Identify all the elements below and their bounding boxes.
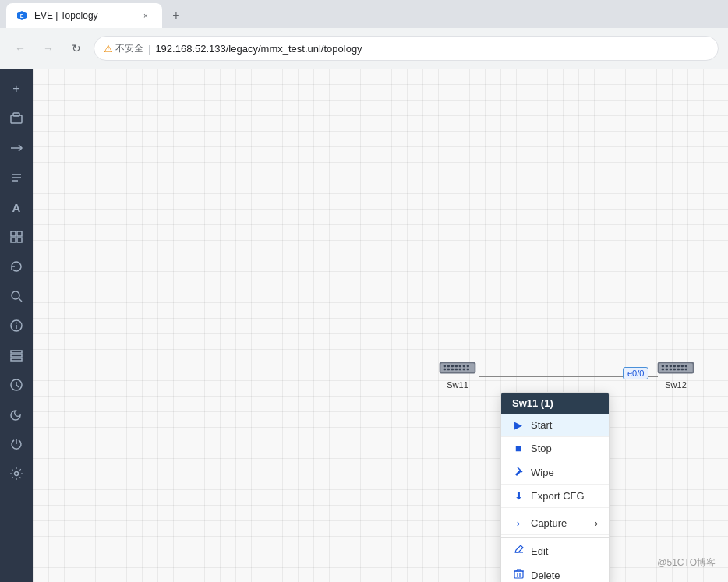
svg-rect-54 bbox=[673, 369, 676, 371]
sidebar-text-btn[interactable] bbox=[2, 164, 30, 192]
svg-rect-3 bbox=[13, 113, 19, 116]
forward-button[interactable]: → bbox=[37, 37, 59, 59]
edit-icon bbox=[512, 545, 525, 557]
svg-rect-30 bbox=[451, 365, 454, 368]
topology-canvas[interactable]: Sw11 bbox=[33, 69, 728, 582]
svg-rect-44 bbox=[662, 365, 664, 368]
svg-rect-46 bbox=[670, 365, 672, 368]
sidebar-zoom-btn[interactable] bbox=[2, 282, 30, 310]
svg-rect-51 bbox=[662, 369, 664, 371]
sidebar-refresh-btn[interactable] bbox=[2, 252, 30, 280]
new-tab-button[interactable]: + bbox=[165, 5, 187, 26]
export-icon: ⬇ bbox=[512, 490, 525, 502]
svg-rect-34 bbox=[467, 365, 469, 368]
security-warning: ⚠ 不安全 bbox=[104, 42, 143, 55]
svg-point-24 bbox=[15, 472, 19, 476]
svg-rect-55 bbox=[677, 369, 680, 371]
svg-rect-33 bbox=[463, 365, 465, 368]
active-tab[interactable]: E EVE | Topology × bbox=[6, 3, 162, 28]
warning-icon: ⚠ bbox=[104, 43, 113, 55]
connection-label-e0/0: e0/0 bbox=[623, 367, 648, 379]
sidebar-list-btn[interactable] bbox=[2, 341, 30, 369]
sidebar-settings-btn[interactable] bbox=[2, 460, 30, 488]
tab-close-button[interactable]: × bbox=[139, 9, 153, 23]
sidebar-network-btn[interactable] bbox=[2, 134, 30, 162]
start-label: Start bbox=[531, 419, 552, 431]
svg-rect-10 bbox=[11, 238, 16, 242]
svg-rect-47 bbox=[673, 365, 676, 368]
address-bar: ← → ↻ ⚠ 不安全 | 192.168.52.133/legacy/mmx_… bbox=[0, 28, 728, 69]
sidebar-night-btn[interactable] bbox=[2, 400, 30, 429]
svg-rect-35 bbox=[444, 369, 446, 371]
back-button[interactable]: ← bbox=[9, 37, 31, 59]
context-menu-start[interactable]: ▶ Start bbox=[501, 414, 609, 437]
svg-rect-36 bbox=[447, 369, 450, 371]
sidebar-clock-btn[interactable] bbox=[2, 371, 30, 399]
sidebar-label-btn[interactable]: A bbox=[2, 193, 30, 221]
svg-rect-28 bbox=[444, 365, 446, 368]
url-bar[interactable]: ⚠ 不安全 | 192.168.52.133/legacy/mmx_test.u… bbox=[94, 36, 719, 61]
node-sw11[interactable]: Sw11 bbox=[438, 357, 477, 390]
sidebar: + A bbox=[0, 69, 33, 582]
svg-rect-43 bbox=[659, 363, 692, 372]
svg-rect-29 bbox=[447, 365, 450, 368]
svg-rect-38 bbox=[455, 369, 458, 371]
delete-label: Delete bbox=[531, 570, 560, 581]
svg-rect-45 bbox=[666, 365, 668, 368]
stop-icon: ■ bbox=[512, 443, 525, 454]
capture-arrow: › bbox=[595, 517, 598, 529]
capture-label: Capture bbox=[531, 517, 567, 529]
svg-rect-11 bbox=[17, 238, 22, 242]
svg-rect-57 bbox=[685, 369, 687, 371]
connection-svg bbox=[33, 69, 728, 582]
svg-rect-18 bbox=[11, 354, 22, 357]
sw12-icon bbox=[656, 357, 695, 379]
svg-rect-53 bbox=[670, 369, 672, 371]
context-menu-delete[interactable]: Delete bbox=[501, 563, 609, 582]
tab-favicon: E bbox=[16, 9, 28, 22]
reload-button[interactable]: ↻ bbox=[65, 37, 87, 59]
edit-label: Edit bbox=[531, 545, 548, 557]
svg-rect-27 bbox=[440, 363, 474, 372]
context-menu-wipe[interactable]: Wipe bbox=[501, 460, 609, 485]
context-menu-header: Sw11 (1) bbox=[501, 393, 609, 414]
svg-rect-40 bbox=[463, 369, 465, 371]
sw11-label: Sw11 bbox=[447, 380, 468, 390]
url-text: 192.168.52.133/legacy/mmx_test.unl/topol… bbox=[155, 43, 362, 55]
stop-label: Stop bbox=[531, 443, 552, 454]
context-menu-capture[interactable]: › Capture › bbox=[501, 512, 609, 535]
context-menu-divider-1 bbox=[501, 510, 609, 510]
svg-rect-9 bbox=[17, 231, 22, 236]
main-area: + A bbox=[0, 69, 728, 582]
watermark: @51CTO博客 bbox=[657, 556, 716, 570]
sidebar-add-btn[interactable]: + bbox=[2, 75, 30, 103]
sidebar-power-btn[interactable] bbox=[2, 430, 30, 458]
sidebar-grid-btn[interactable] bbox=[2, 223, 30, 251]
svg-rect-56 bbox=[681, 369, 684, 371]
svg-text:E: E bbox=[20, 13, 24, 19]
sidebar-device-btn[interactable] bbox=[2, 104, 30, 132]
delete-icon bbox=[512, 569, 525, 581]
sw12-label: Sw12 bbox=[665, 380, 687, 390]
svg-rect-60 bbox=[514, 571, 523, 578]
sidebar-info-btn[interactable] bbox=[2, 312, 30, 340]
context-menu-title: Sw11 (1) bbox=[512, 397, 553, 409]
context-menu-stop[interactable]: ■ Stop bbox=[501, 437, 609, 460]
context-menu-edit[interactable]: Edit bbox=[501, 539, 609, 563]
svg-rect-37 bbox=[451, 369, 454, 371]
start-icon: ▶ bbox=[512, 419, 525, 431]
svg-line-13 bbox=[19, 298, 22, 302]
tab-bar: E EVE | Topology × + bbox=[0, 0, 728, 28]
wipe-label: Wipe bbox=[531, 467, 554, 478]
export-cfg-label: Export CFG bbox=[531, 490, 585, 502]
context-menu-export-cfg[interactable]: ⬇ Export CFG bbox=[501, 485, 609, 508]
svg-rect-39 bbox=[459, 369, 461, 371]
svg-rect-52 bbox=[666, 369, 668, 371]
svg-rect-32 bbox=[459, 365, 461, 368]
svg-rect-48 bbox=[677, 365, 680, 368]
svg-point-12 bbox=[12, 291, 19, 299]
svg-rect-8 bbox=[11, 231, 16, 236]
security-text: 不安全 bbox=[115, 42, 143, 55]
node-sw12[interactable]: Sw12 bbox=[656, 357, 695, 390]
svg-rect-41 bbox=[467, 369, 469, 371]
